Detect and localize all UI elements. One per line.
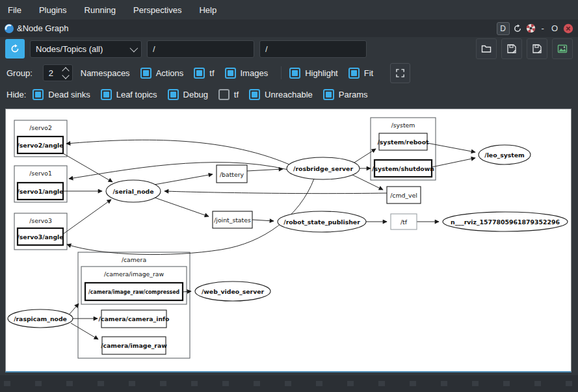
hide-tf-checkbox[interactable] [218, 89, 230, 100]
refresh-icon [10, 44, 20, 54]
edge-raspicam-to-compressed [70, 304, 79, 314]
checkbox-highlight[interactable]: Highlight [289, 68, 338, 79]
checkbox-images[interactable]: Images [225, 68, 269, 79]
node-robot-state-publisher: /robot_state_publisher [278, 211, 366, 232]
svg-text:/system: /system [391, 122, 415, 129]
maximize-button[interactable]: O [549, 23, 560, 33]
actions-checkbox[interactable] [140, 68, 151, 79]
lifebuoy-icon[interactable] [525, 23, 537, 34]
fit-view-icon [395, 68, 405, 78]
group-label: Group: [7, 68, 33, 78]
save-dot-button[interactable] [501, 38, 522, 59]
svg-text:/servo2: /servo2 [29, 124, 52, 131]
svg-text:/joint_states: /joint_states [214, 216, 251, 224]
group-value: 2 [44, 68, 63, 78]
checkbox-dead-sinks[interactable]: Dead sinks [33, 89, 90, 100]
dead-sinks-checkbox[interactable] [33, 89, 44, 100]
save-svg-button[interactable] [527, 38, 547, 59]
dock-buttons: D - O [497, 22, 574, 35]
params-checkbox[interactable] [323, 89, 334, 100]
actions-label: Actions [156, 68, 184, 78]
svg-text:/servo3/angle: /servo3/angle [17, 233, 63, 241]
menu-running[interactable]: Running [85, 5, 116, 15]
checkbox-params[interactable]: Params [323, 89, 368, 100]
topic-camera-camera-info: /camera/camera_info [99, 310, 170, 328]
node-rviz: n___rviz_1577805961879352296 [443, 212, 568, 231]
node-raspicam-node: /raspicam_node [8, 309, 73, 328]
dock-titlebar[interactable]: &Node Graph D - O [0, 20, 578, 37]
image-icon [557, 44, 568, 54]
dead-sinks-label: Dead sinks [48, 90, 90, 99]
svg-text:/camera/camera_info: /camera/camera_info [99, 315, 170, 322]
checkbox-tf-group[interactable]: tf [194, 68, 214, 79]
graph-canvas[interactable]: /servo2 /servo1 /servo3 /system /camera … [5, 109, 571, 372]
menu-help[interactable]: Help [199, 5, 217, 15]
svg-text:/battery: /battery [220, 171, 244, 178]
group-spinbox[interactable]: 2 [43, 64, 73, 81]
unreachable-checkbox[interactable] [249, 89, 260, 100]
save-as-icon [532, 44, 542, 54]
edge-reboot-to-leo [427, 143, 475, 152]
menu-perspectives[interactable]: Perspectives [133, 5, 181, 15]
node-filter-input[interactable] [147, 40, 254, 58]
resize-handle-texture [4, 381, 574, 386]
debug-checkbox[interactable] [168, 89, 179, 100]
checkbox-hide-tf[interactable]: tf [218, 89, 239, 100]
topic-system-shutdown: /system/shutdown [372, 160, 434, 177]
topic-servo1-angle: /servo1/angle [17, 183, 63, 200]
topic-system-reboot: /system/reboot [377, 133, 429, 150]
checkbox-unreachable[interactable]: Unreachable [249, 89, 313, 100]
topic-servo3-angle: /servo3/angle [17, 228, 63, 245]
svg-text:/camera/image_raw: /camera/image_raw [104, 270, 164, 278]
svg-text:/servo3: /servo3 [29, 217, 52, 224]
spin-down-icon[interactable] [62, 72, 69, 79]
svg-text:/camera/image_raw: /camera/image_raw [101, 342, 167, 349]
save-image-button[interactable] [552, 38, 573, 59]
chevron-down-icon [130, 44, 138, 52]
node-rosbridge-server: /rosbridge_server [287, 157, 360, 179]
highlight-checkbox[interactable] [289, 68, 300, 79]
topic-joint-states: /joint_states [213, 211, 252, 228]
open-dot-button[interactable] [476, 38, 497, 59]
checkbox-debug[interactable]: Debug [168, 89, 208, 100]
leaf-topics-checkbox[interactable] [101, 89, 112, 100]
debug-label: Debug [183, 90, 208, 99]
spinbox-arrows[interactable] [63, 68, 72, 78]
images-checkbox[interactable] [225, 68, 236, 79]
edge-rosbridge-to-reboot [354, 149, 376, 163]
topic-filter-input[interactable] [259, 40, 367, 58]
graph-type-combo[interactable]: Nodes/Topics (all) [30, 40, 142, 58]
tf-checkbox[interactable] [194, 68, 205, 79]
close-icon[interactable] [562, 23, 574, 34]
edge-servo3-angle-to-serial [63, 200, 111, 234]
hide-tf-label: tf [234, 90, 239, 99]
folder-icon [481, 44, 492, 54]
svg-text:/servo1: /servo1 [29, 170, 52, 177]
refresh-button[interactable] [5, 39, 25, 59]
menu-file[interactable]: File [8, 5, 21, 15]
edge-servo2-angle-to-serial [63, 153, 112, 182]
checkbox-leaf-topics[interactable]: Leaf topics [101, 89, 157, 100]
status-strip [0, 375, 578, 392]
fit-label: Fit [364, 68, 373, 78]
fit-in-view-button[interactable] [390, 63, 410, 83]
hide-options-row: Hide: Dead sinks Leaf topics Debug tf Un… [0, 85, 578, 104]
dock-toggle-button[interactable]: D [497, 22, 510, 35]
edge-raspicam-to-image-raw [71, 323, 98, 339]
fit-checkbox[interactable] [348, 68, 360, 79]
topic-cmd-vel: /cmd_vel [387, 187, 421, 203]
topic-battery: /battery [217, 165, 247, 183]
separator [281, 66, 282, 79]
edge-serial-to-battery [151, 174, 213, 185]
unreachable-label: Unreachable [265, 90, 313, 99]
menu-plugins[interactable]: Plugins [39, 5, 67, 15]
menu-bar: File Plugins Running Perspectives Help [0, 0, 578, 20]
graph-toolbar: Nodes/Topics (all) [0, 38, 578, 60]
checkbox-fit[interactable]: Fit [348, 68, 373, 79]
reload-icon[interactable] [512, 23, 523, 34]
minimize-button[interactable]: - [539, 23, 547, 33]
graph-type-value: Nodes/Topics (all) [36, 44, 103, 54]
toolbar-right-buttons [476, 38, 573, 59]
checkbox-actions[interactable]: Actions [140, 68, 184, 79]
save-as-icon [506, 44, 517, 54]
